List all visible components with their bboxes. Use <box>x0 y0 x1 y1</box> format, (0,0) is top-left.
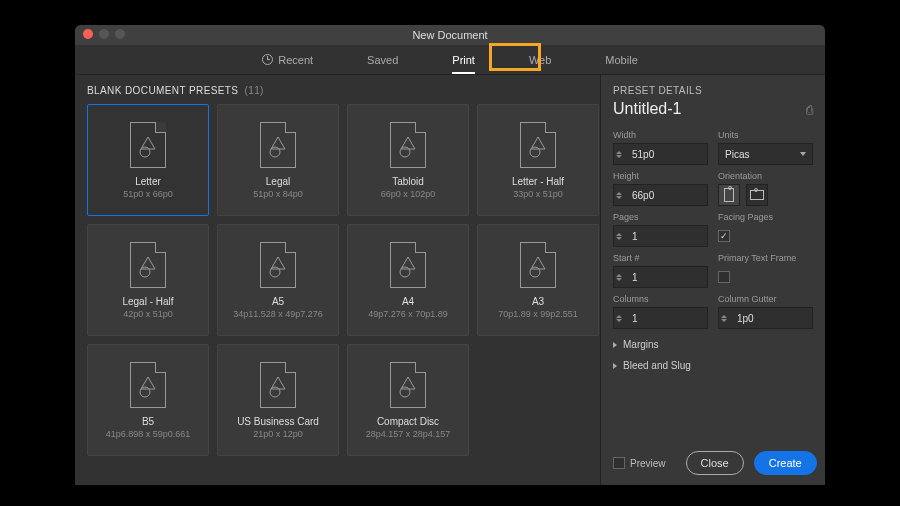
preset-dimensions: 51p0 x 66p0 <box>123 189 173 199</box>
document-preset-icon <box>260 122 296 168</box>
height-value: 66p0 <box>632 190 654 201</box>
document-preset-icon <box>130 242 166 288</box>
clock-icon <box>262 54 273 65</box>
height-field[interactable]: 66p0 <box>613 184 708 206</box>
column-gutter-value: 1p0 <box>737 313 754 324</box>
tab-mobile[interactable]: Mobile <box>601 48 641 72</box>
preset-card[interactable]: A449p7.276 x 70p1.89 <box>347 224 469 336</box>
orientation-portrait-button[interactable] <box>718 184 740 206</box>
preview-label: Preview <box>630 458 666 469</box>
presets-header-label: BLANK DOCUMENT PRESETS <box>87 85 238 96</box>
preset-dimensions: 33p0 x 51p0 <box>513 189 563 199</box>
columns-field[interactable]: 1 <box>613 307 708 329</box>
preset-dimensions: 51p0 x 84p0 <box>253 189 303 199</box>
start-number-field[interactable]: 1 <box>613 266 708 288</box>
window-title: New Document <box>412 29 487 41</box>
preset-card[interactable]: A370p1.89 x 99p2.551 <box>477 224 599 336</box>
stepper-arrows-icon[interactable] <box>721 310 731 326</box>
document-preset-icon <box>520 242 556 288</box>
stepper-arrows-icon[interactable] <box>616 228 626 244</box>
preset-name: Letter - Half <box>512 176 564 187</box>
preset-card[interactable]: Tabloid66p0 x 102p0 <box>347 104 469 216</box>
preset-card[interactable]: Compact Disc28p4.157 x 28p4.157 <box>347 344 469 456</box>
primary-text-frame-label: Primary Text Frame <box>718 253 813 263</box>
document-preset-icon <box>390 242 426 288</box>
preset-dimensions: 42p0 x 51p0 <box>123 309 173 319</box>
preset-details-panel: PRESET DETAILS Untitled-1 ⎙ Width 51p0 U… <box>600 75 825 485</box>
preset-card[interactable]: Letter - Half33p0 x 51p0 <box>477 104 599 216</box>
tab-label: Print <box>452 54 475 66</box>
tab-web[interactable]: Web <box>525 48 555 72</box>
width-value: 51p0 <box>632 149 654 160</box>
zoom-window-icon[interactable] <box>115 29 125 39</box>
document-preset-icon <box>130 122 166 168</box>
columns-label: Columns <box>613 294 708 304</box>
stepper-arrows-icon[interactable] <box>616 269 626 285</box>
create-button[interactable]: Create <box>754 451 817 475</box>
facing-pages-label: Facing Pages <box>718 212 813 222</box>
pages-value: 1 <box>632 231 638 242</box>
orientation-landscape-button[interactable] <box>746 184 768 206</box>
bleed-slug-label: Bleed and Slug <box>623 360 691 371</box>
preview-checkbox[interactable] <box>613 457 625 469</box>
document-preset-icon <box>390 122 426 168</box>
margins-disclosure[interactable]: Margins <box>613 339 813 350</box>
preset-name: A4 <box>402 296 414 307</box>
close-button[interactable]: Close <box>686 451 744 475</box>
footer: Preview Close Create <box>613 441 813 475</box>
pages-label: Pages <box>613 212 708 222</box>
category-tabs: Recent Saved Print Web Mobile <box>75 45 825 75</box>
preview-toggle[interactable]: Preview <box>613 457 666 469</box>
stepper-arrows-icon[interactable] <box>616 146 626 162</box>
column-gutter-field[interactable]: 1p0 <box>718 307 813 329</box>
tab-label: Saved <box>367 54 398 66</box>
preset-name: A3 <box>532 296 544 307</box>
preset-name: Legal <box>266 176 290 187</box>
preset-dimensions: 28p4.157 x 28p4.157 <box>366 429 451 439</box>
orientation-label: Orientation <box>718 171 813 181</box>
preset-card[interactable]: B541p6.898 x 59p0.661 <box>87 344 209 456</box>
details-section-title: PRESET DETAILS <box>613 85 702 96</box>
document-preset-icon <box>390 362 426 408</box>
preset-name: Letter <box>135 176 161 187</box>
preset-card[interactable]: Letter51p0 x 66p0 <box>87 104 209 216</box>
pages-field[interactable]: 1 <box>613 225 708 247</box>
document-name[interactable]: Untitled-1 <box>613 100 681 118</box>
start-number-value: 1 <box>632 272 638 283</box>
primary-text-frame-checkbox[interactable] <box>718 271 730 283</box>
preset-card[interactable]: A534p11.528 x 49p7.276 <box>217 224 339 336</box>
close-window-icon[interactable] <box>83 29 93 39</box>
units-value: Picas <box>725 149 749 160</box>
preset-dimensions: 41p6.898 x 59p0.661 <box>106 429 191 439</box>
width-label: Width <box>613 130 708 140</box>
chevron-right-icon <box>613 363 617 369</box>
bleed-slug-disclosure[interactable]: Bleed and Slug <box>613 360 813 371</box>
document-preset-icon <box>130 362 166 408</box>
document-preset-icon <box>260 362 296 408</box>
tab-label: Recent <box>278 54 313 66</box>
height-label: Height <box>613 171 708 181</box>
preset-dimensions: 70p1.89 x 99p2.551 <box>498 309 578 319</box>
document-preset-icon <box>260 242 296 288</box>
tab-saved[interactable]: Saved <box>363 48 402 72</box>
preset-card[interactable]: Legal - Half42p0 x 51p0 <box>87 224 209 336</box>
columns-value: 1 <box>632 313 638 324</box>
tab-recent[interactable]: Recent <box>258 48 317 72</box>
chevron-down-icon <box>800 152 806 156</box>
preset-name: Compact Disc <box>377 416 439 427</box>
width-field[interactable]: 51p0 <box>613 143 708 165</box>
tab-label: Mobile <box>605 54 637 66</box>
minimize-window-icon[interactable] <box>99 29 109 39</box>
window-controls <box>83 29 125 39</box>
stepper-arrows-icon[interactable] <box>616 310 626 326</box>
preset-dimensions: 66p0 x 102p0 <box>381 189 436 199</box>
stepper-arrows-icon[interactable] <box>616 187 626 203</box>
preset-card[interactable]: US Business Card21p0 x 12p0 <box>217 344 339 456</box>
save-preset-icon[interactable]: ⎙ <box>806 103 813 117</box>
tab-print[interactable]: Print <box>448 48 479 72</box>
preset-card[interactable]: Legal51p0 x 84p0 <box>217 104 339 216</box>
preset-dimensions: 21p0 x 12p0 <box>253 429 303 439</box>
chevron-right-icon <box>613 342 617 348</box>
facing-pages-checkbox[interactable] <box>718 230 730 242</box>
units-select[interactable]: Picas <box>718 143 813 165</box>
